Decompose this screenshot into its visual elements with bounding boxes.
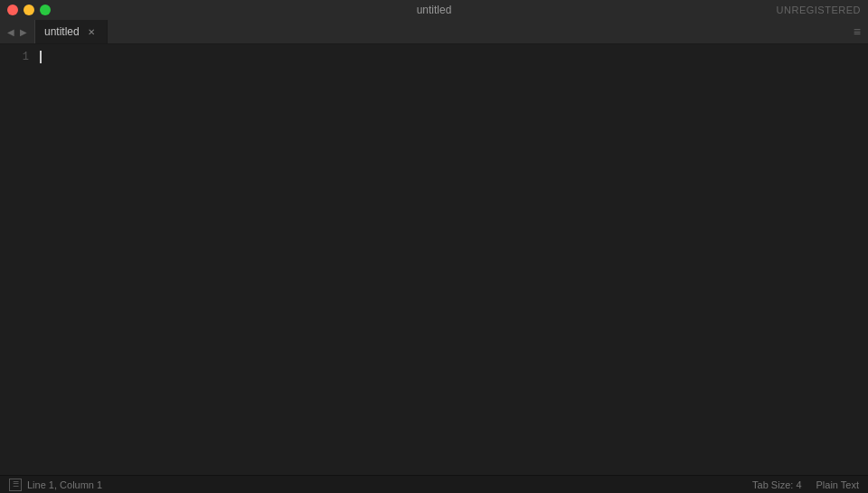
traffic-lights [7, 5, 51, 15]
tab-arrow-right[interactable]: ▶ [18, 25, 29, 39]
title-bar: untitled UNREGISTERED [0, 0, 868, 20]
status-right: Tab Size: 4 Plain Text [752, 479, 859, 490]
settings-icon[interactable]: ≡ [854, 24, 861, 39]
cursor-position[interactable]: Line 1, Column 1 [27, 479, 102, 490]
maximize-button[interactable] [40, 5, 51, 15]
tab-label: untitled [44, 25, 80, 38]
status-left: ☰ Line 1, Column 1 [9, 479, 102, 491]
status-indicator-icon: ☰ [13, 480, 19, 488]
editor-container: 1 [0, 44, 868, 475]
tab-arrow-left[interactable]: ◀ [5, 25, 16, 39]
text-cursor [40, 51, 42, 63]
window-title: untitled [417, 4, 452, 16]
registration-status: UNREGISTERED [777, 5, 861, 15]
close-button[interactable] [7, 5, 18, 15]
line-gutter: 1 [0, 44, 36, 475]
editor-content[interactable] [36, 44, 868, 475]
status-bar: ☰ Line 1, Column 1 Tab Size: 4 Plain Tex… [0, 475, 868, 493]
tab-bar: ◀ ▶ untitled ✕ ≡ [0, 20, 868, 44]
line-number-1: 1 [23, 48, 29, 66]
tab-navigation: ◀ ▶ [0, 25, 34, 39]
file-type-indicator[interactable]: Plain Text [816, 479, 860, 490]
tab-size-indicator[interactable]: Tab Size: 4 [752, 479, 801, 490]
minimize-button[interactable] [24, 5, 34, 15]
tab-close-button[interactable]: ✕ [85, 25, 98, 38]
tab-untitled[interactable]: untitled ✕ [34, 20, 108, 43]
status-indicator: ☰ [9, 479, 22, 491]
